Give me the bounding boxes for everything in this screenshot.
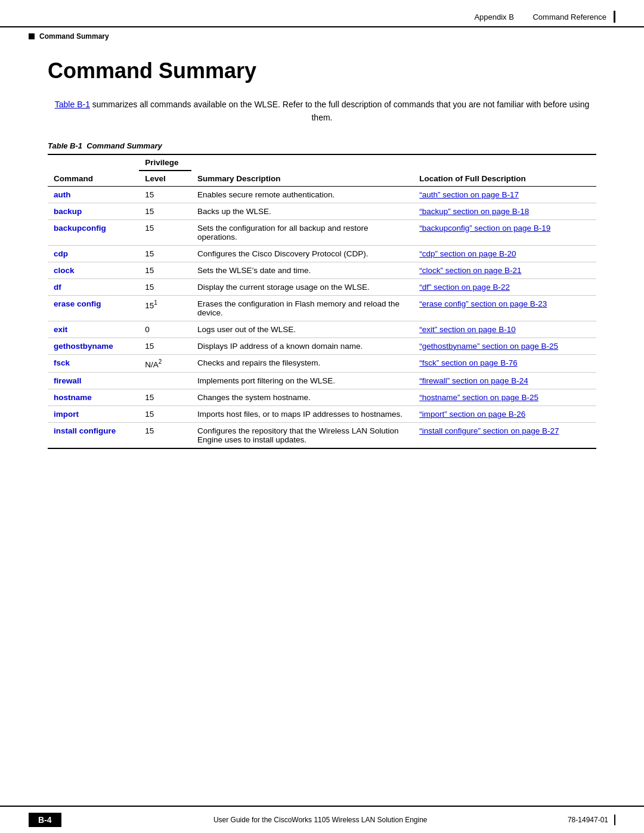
cell-level: 15 <box>139 278 191 295</box>
table-row: erase config151Erases the configuration … <box>48 295 596 321</box>
cell-summary: Sets the configuration for all backup an… <box>191 219 413 245</box>
col-header-level: Level <box>139 171 191 187</box>
location-link[interactable]: “firewall” section on page B-24 <box>419 376 528 385</box>
cell-command: import <box>48 406 139 423</box>
cell-location: “backup” section on page B-18 <box>413 203 596 219</box>
location-link[interactable]: “backupconfig” section on page B-19 <box>419 224 550 233</box>
page-footer: B-4 User Guide for the CiscoWorks 1105 W… <box>0 806 644 833</box>
footer-line <box>614 815 615 825</box>
table-row: auth15Enables secure remote authenticati… <box>48 186 596 203</box>
location-link[interactable]: “erase config” section on page B-23 <box>419 299 547 308</box>
cell-summary: Logs user out of the WLSE. <box>191 321 413 337</box>
location-link[interactable]: “auth” section on page B-17 <box>419 190 519 199</box>
table-row: install configure15Configures the reposi… <box>48 423 596 449</box>
cell-summary: Implements port filtering on the WLSE. <box>191 373 413 389</box>
command-link[interactable]: backupconfig <box>54 224 106 233</box>
cell-location: “erase config” section on page B-23 <box>413 295 596 321</box>
location-link[interactable]: “clock” section on page B-21 <box>419 266 521 275</box>
location-link[interactable]: “cdp” section on page B-20 <box>419 249 516 258</box>
cell-location: “backupconfig” section on page B-19 <box>413 219 596 245</box>
cell-summary: Display the current storage usage on the… <box>191 278 413 295</box>
table-row: clock15Sets the WLSE’s date and time.“cl… <box>48 262 596 278</box>
col-header-summary: Summary Description <box>191 154 413 187</box>
location-link[interactable]: “df” section on page B-22 <box>419 283 510 292</box>
command-link[interactable]: exit <box>54 325 67 334</box>
cell-location: “hostname” section on page B-25 <box>413 389 596 406</box>
command-link[interactable]: firewall <box>54 376 82 385</box>
footer-doc-title: User Guide for the CiscoWorks 1105 Wirel… <box>73 816 568 824</box>
command-link[interactable]: import <box>54 410 79 419</box>
cell-summary: Changes the system hostname. <box>191 389 413 406</box>
section-indicator: Command Summary <box>0 27 644 41</box>
table-link[interactable]: Table B-1 <box>55 100 90 109</box>
location-link[interactable]: “import” section on page B-26 <box>419 410 525 419</box>
cell-command: clock <box>48 262 139 278</box>
table-body: auth15Enables secure remote authenticati… <box>48 186 596 448</box>
header-separator <box>519 12 528 21</box>
table-row: gethostbyname15Displays IP address of a … <box>48 337 596 354</box>
command-link[interactable]: gethostbyname <box>54 342 113 351</box>
table-header-row-1: Command Privilege Summary Description Lo… <box>48 154 596 171</box>
command-link[interactable]: cdp <box>54 249 68 258</box>
cell-location: “fsck” section on page B-76 <box>413 354 596 373</box>
section-square <box>29 33 35 39</box>
footer-doc-number: 78-14947-01 <box>568 816 608 824</box>
cell-location: “gethostbyname” section on page B-25 <box>413 337 596 354</box>
cell-command: fsck <box>48 354 139 373</box>
cell-level: 0 <box>139 321 191 337</box>
cell-summary: Enables secure remote authentication. <box>191 186 413 203</box>
command-link[interactable]: fsck <box>54 358 70 367</box>
location-link[interactable]: “exit” section on page B-10 <box>419 325 515 334</box>
cell-summary: Displays IP address of a known domain na… <box>191 337 413 354</box>
main-content: Command Summary Table B-1 summarizes all… <box>0 41 644 485</box>
cell-location: “clock” section on page B-21 <box>413 262 596 278</box>
intro-text-after: summarizes all commands available on the… <box>90 100 589 122</box>
location-link[interactable]: “hostname” section on page B-25 <box>419 393 538 402</box>
table-row: hostname15Changes the system hostname.“h… <box>48 389 596 406</box>
cell-level: 15 <box>139 423 191 449</box>
cell-summary: Checks and repairs the filesystem. <box>191 354 413 373</box>
table-row: backup15Backs up the WLSE.“backup” secti… <box>48 203 596 219</box>
table-row: firewallImplements port filtering on the… <box>48 373 596 389</box>
cell-command: exit <box>48 321 139 337</box>
cell-level: 15 <box>139 262 191 278</box>
cell-command: cdp <box>48 245 139 262</box>
cell-command: auth <box>48 186 139 203</box>
cell-level: 15 <box>139 219 191 245</box>
command-summary-table: Command Privilege Summary Description Lo… <box>48 154 596 450</box>
command-link[interactable]: erase config <box>54 299 101 308</box>
cell-location: “df” section on page B-22 <box>413 278 596 295</box>
cell-location: “exit” section on page B-10 <box>413 321 596 337</box>
command-link[interactable]: clock <box>54 266 75 275</box>
cell-level: 15 <box>139 337 191 354</box>
cell-level <box>139 373 191 389</box>
cell-location: “firewall” section on page B-24 <box>413 373 596 389</box>
command-link[interactable]: backup <box>54 207 82 216</box>
cell-level: 15 <box>139 186 191 203</box>
cell-location: “install configure” section on page B-27 <box>413 423 596 449</box>
cell-location: “cdp” section on page B-20 <box>413 245 596 262</box>
cell-level: 15 <box>139 389 191 406</box>
location-link[interactable]: “backup” section on page B-18 <box>419 207 529 216</box>
col-header-privilege: Privilege <box>139 154 191 171</box>
header-appendix: Appendix B <box>474 13 514 21</box>
table-row: backupconfig15Sets the configuration for… <box>48 219 596 245</box>
cell-command: firewall <box>48 373 139 389</box>
command-link[interactable]: df <box>54 283 61 292</box>
cell-summary: Backs up the WLSE. <box>191 203 413 219</box>
location-link[interactable]: “gethostbyname” section on page B-25 <box>419 342 558 351</box>
intro-paragraph: Table B-1 summarizes all commands availa… <box>48 98 596 125</box>
command-link[interactable]: install configure <box>54 426 116 435</box>
location-link[interactable]: “fsck” section on page B-76 <box>419 358 517 367</box>
location-link[interactable]: “install configure” section on page B-27 <box>419 426 559 435</box>
col-header-location: Location of Full Description <box>413 154 596 187</box>
command-link[interactable]: auth <box>54 190 71 199</box>
table-row: fsckN/A2Checks and repairs the filesyste… <box>48 354 596 373</box>
cell-command: gethostbyname <box>48 337 139 354</box>
table-row: cdp15Configures the Cisco Discovery Prot… <box>48 245 596 262</box>
cell-command: erase config <box>48 295 139 321</box>
cell-level: 15 <box>139 406 191 423</box>
cell-level: N/A2 <box>139 354 191 373</box>
cell-summary: Configures the Cisco Discovery Protocol … <box>191 245 413 262</box>
command-link[interactable]: hostname <box>54 393 92 402</box>
